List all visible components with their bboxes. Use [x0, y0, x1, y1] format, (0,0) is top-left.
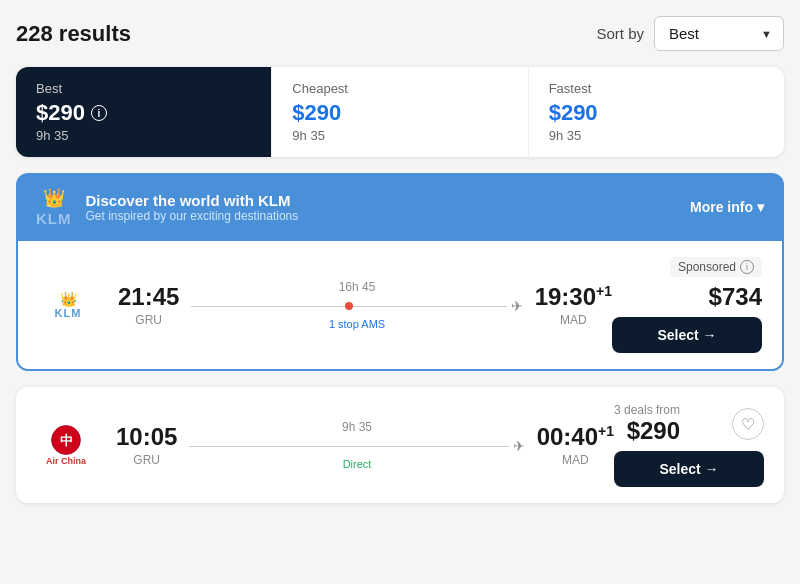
tab-cheapest-label: Cheapest [292, 81, 507, 96]
results-count: 228 results [16, 21, 131, 47]
klm-arrival-suffix: +1 [596, 283, 612, 299]
tab-cheapest-price: $290 [292, 100, 507, 126]
klm-stop-label: 1 stop AMS [329, 318, 385, 330]
klm-route-info: 16h 45 ✈ 1 stop AMS [179, 280, 534, 330]
heart-icon: ♡ [741, 415, 755, 434]
price-tabs: Best $290 i 9h 35 Cheapest $290 9h 35 Fa… [16, 67, 784, 157]
air-china-flight-card: 中 Air China 10:05 GRU 9h 35 ✈ Direct 00:… [16, 387, 784, 503]
klm-departure-block: 21:45 GRU [118, 283, 179, 327]
sort-select[interactable]: Best Cheapest Fastest [654, 16, 784, 51]
sponsored-info-icon[interactable]: i [740, 260, 754, 274]
air-china-departure-time: 10:05 [116, 423, 177, 451]
sort-label: Sort by [596, 25, 644, 42]
klm-arrival-block: 19:30+1 MAD [535, 283, 612, 327]
tab-cheapest-duration: 9h 35 [292, 128, 507, 143]
air-china-arrival-block: 00:40+1 MAD [537, 423, 614, 467]
wishlist-button[interactable]: ♡ [732, 408, 764, 440]
air-china-price-section: 3 deals from $290 ♡ Select → [614, 403, 764, 487]
klm-arrival-airport: MAD [535, 313, 612, 327]
klm-banner-left: 👑 KLM Discover the world with KLM Get in… [36, 187, 298, 227]
air-china-arrival-time: 00:40+1 [537, 423, 614, 451]
tab-best-duration: 9h 35 [36, 128, 251, 143]
klm-departure-time: 21:45 [118, 283, 179, 311]
klm-route-bar [191, 306, 506, 307]
klm-select-button[interactable]: Select → [612, 317, 762, 353]
tab-best-price: $290 i [36, 100, 251, 126]
air-china-arrival-suffix: +1 [598, 423, 614, 439]
more-info-button[interactable]: More info ▾ [690, 199, 764, 215]
air-china-route-line: ✈ [189, 438, 524, 454]
air-china-price: $290 [614, 417, 680, 445]
klm-banner-title: Discover the world with KLM [86, 192, 299, 209]
deals-label: 3 deals from [614, 403, 680, 417]
klm-arrival-time: 19:30+1 [535, 283, 612, 311]
klm-crown-small-icon: 👑 [60, 291, 77, 307]
klm-text-logo: KLM [36, 210, 72, 227]
klm-airline-logo: 👑 KLM [38, 291, 98, 319]
tab-best[interactable]: Best $290 i 9h 35 [16, 67, 272, 157]
deals-label-wrapper: 3 deals from $290 [614, 403, 680, 445]
sponsored-badge: Sponsored i [670, 257, 762, 277]
svg-text:中: 中 [60, 432, 73, 447]
klm-text-small: KLM [55, 307, 82, 319]
air-china-airline-logo: 中 Air China [36, 424, 96, 467]
klm-crown-icon: 👑 [43, 187, 65, 209]
air-china-departure-block: 10:05 GRU [116, 423, 177, 467]
klm-route-line: ✈ [191, 298, 522, 314]
klm-price: $734 [709, 283, 762, 311]
air-china-arrival-airport: MAD [537, 453, 614, 467]
air-china-emblem-icon: 中 [50, 424, 82, 456]
klm-stop-dot [345, 302, 353, 310]
klm-flight-card: 👑 KLM 21:45 GRU 16h 45 ✈ 1 s [18, 241, 782, 369]
klm-logo: 👑 KLM [36, 187, 72, 227]
air-china-route-bar [189, 446, 508, 447]
klm-departure-airport: GRU [118, 313, 179, 327]
info-icon[interactable]: i [91, 105, 107, 121]
plane-icon-2: ✈ [513, 438, 525, 454]
plane-icon: ✈ [511, 298, 523, 314]
klm-duration: 16h 45 [339, 280, 376, 294]
air-china-flight-times: 10:05 GRU 9h 35 ✈ Direct 00:40+1 MAD [116, 420, 614, 470]
air-china-stop-label: Direct [343, 458, 372, 470]
air-china-departure-airport: GRU [116, 453, 177, 467]
klm-flight-times: 21:45 GRU 16h 45 ✈ 1 stop AMS 19:30+ [118, 280, 612, 330]
air-china-duration: 9h 35 [342, 420, 372, 434]
klm-section: 👑 KLM Discover the world with KLM Get in… [16, 173, 784, 371]
air-china-text-logo: Air China [46, 456, 86, 467]
klm-banner-text: Discover the world with KLM Get inspired… [86, 192, 299, 223]
tab-cheapest[interactable]: Cheapest $290 9h 35 [272, 67, 528, 157]
air-china-logo: 中 [50, 424, 82, 456]
tab-fastest[interactable]: Fastest $290 9h 35 [529, 67, 784, 157]
tab-fastest-duration: 9h 35 [549, 128, 764, 143]
sort-row: Sort by Best Cheapest Fastest [596, 16, 784, 51]
sort-select-wrapper: Best Cheapest Fastest [654, 16, 784, 51]
klm-flight-section: 👑 KLM 21:45 GRU 16h 45 ✈ 1 s [16, 241, 784, 371]
chevron-down-icon: ▾ [757, 199, 764, 215]
deals-price-row: 3 deals from $290 ♡ [614, 403, 764, 445]
air-china-select-button[interactable]: Select → [614, 451, 764, 487]
tab-best-label: Best [36, 81, 251, 96]
tab-fastest-label: Fastest [549, 81, 764, 96]
klm-price-section: Sponsored i $734 Select → [612, 257, 762, 353]
klm-banner-subtitle: Get inspired by our exciting destination… [86, 209, 299, 223]
header-row: 228 results Sort by Best Cheapest Fastes… [16, 16, 784, 51]
air-china-route-info: 9h 35 ✈ Direct [177, 420, 536, 470]
tab-fastest-price: $290 [549, 100, 764, 126]
klm-banner: 👑 KLM Discover the world with KLM Get in… [16, 173, 784, 241]
